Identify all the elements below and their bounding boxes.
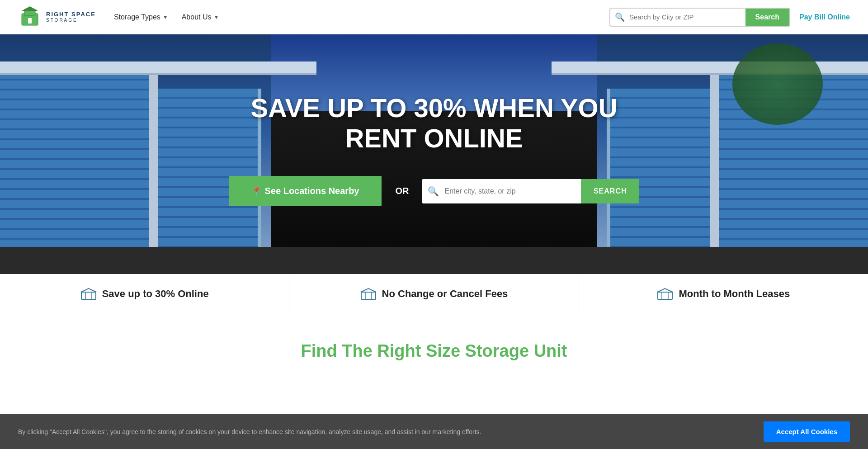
box-icon xyxy=(80,288,97,300)
nav-about-us[interactable]: About Us ▼ xyxy=(182,9,219,25)
header-right: 🔍 Search Pay Bill Online xyxy=(609,8,850,27)
logo[interactable]: RIGHT SPACE STORAGE xyxy=(18,5,96,29)
hero-title: SAVE UP TO 30% WHEN YOU RENT ONLINE xyxy=(229,93,640,153)
svg-marker-9 xyxy=(361,288,376,292)
hero-search-icon: 🔍 xyxy=(422,186,444,197)
roof-left xyxy=(0,61,316,75)
hero-search-bar: 🔍 SEARCH xyxy=(422,179,639,203)
header-search-bar: 🔍 Search xyxy=(609,8,790,27)
pillar-left xyxy=(149,71,158,274)
main-nav: Storage Types ▼ About Us ▼ xyxy=(114,9,219,25)
svg-rect-4 xyxy=(81,292,96,299)
hero-section: SAVE UP TO 30% WHEN YOU RENT ONLINE 📍 Se… xyxy=(0,34,868,274)
header: RIGHT SPACE STORAGE Storage Types ▼ Abou… xyxy=(0,0,868,34)
chevron-down-icon: ▼ xyxy=(213,14,219,20)
hero-title-line2: RENT ONLINE xyxy=(229,123,640,154)
logo-text: RIGHT SPACE STORAGE xyxy=(46,11,96,23)
hero-search-button[interactable]: SEARCH xyxy=(581,179,640,203)
search-icon: 🔍 xyxy=(610,12,629,22)
chevron-down-icon: ▼ xyxy=(163,14,168,20)
or-divider: OR xyxy=(395,186,409,196)
feature-save-30-label: Save up to 30% Online xyxy=(102,288,209,300)
logo-icon xyxy=(18,5,42,29)
pay-bill-link[interactable]: Pay Bill Online xyxy=(799,13,850,21)
logo-sub: STORAGE xyxy=(46,18,96,23)
svg-rect-3 xyxy=(28,18,32,24)
find-title: Find The Right Size Storage Unit xyxy=(18,341,850,361)
see-locations-label: See Locations Nearby xyxy=(265,186,359,196)
box-icon xyxy=(360,288,377,300)
svg-marker-2 xyxy=(22,6,38,11)
svg-marker-13 xyxy=(657,288,673,292)
feature-save-30: Save up to 30% Online xyxy=(0,274,289,314)
location-pin-icon: 📍 xyxy=(251,186,261,196)
storage-door-left xyxy=(0,71,154,274)
hero-actions: 📍 See Locations Nearby OR 🔍 SEARCH xyxy=(229,176,640,206)
nav-about-us-label: About Us xyxy=(182,13,212,21)
hero-title-line1: SAVE UP TO 30% WHEN YOU xyxy=(229,93,640,123)
header-search-button[interactable]: Search xyxy=(745,9,789,26)
logo-right: RIGHT SPACE xyxy=(46,11,96,18)
hero-search-input[interactable] xyxy=(444,179,580,203)
box-icon xyxy=(657,288,673,300)
svg-rect-12 xyxy=(658,292,672,299)
find-section: Find The Right Size Storage Unit xyxy=(0,314,868,379)
svg-marker-5 xyxy=(81,288,96,292)
header-search-input[interactable] xyxy=(629,9,745,25)
feature-no-fees-label: No Change or Cancel Fees xyxy=(382,288,508,300)
ground xyxy=(0,247,868,274)
feature-month-to-month: Month to Month Leases xyxy=(579,274,868,314)
header-left: RIGHT SPACE STORAGE Storage Types ▼ Abou… xyxy=(18,5,219,29)
features-bar: Save up to 30% Online No Change or Cance… xyxy=(0,274,868,314)
svg-rect-8 xyxy=(361,292,376,299)
see-locations-button[interactable]: 📍 See Locations Nearby xyxy=(229,176,382,206)
pillar-right xyxy=(710,71,719,274)
nav-storage-types[interactable]: Storage Types ▼ xyxy=(114,9,168,25)
nav-storage-types-label: Storage Types xyxy=(114,13,160,21)
tree-decoration xyxy=(732,43,823,125)
feature-month-to-month-label: Month to Month Leases xyxy=(679,288,790,300)
hero-content: SAVE UP TO 30% WHEN YOU RENT ONLINE 📍 Se… xyxy=(229,93,640,206)
feature-no-fees: No Change or Cancel Fees xyxy=(289,274,579,314)
